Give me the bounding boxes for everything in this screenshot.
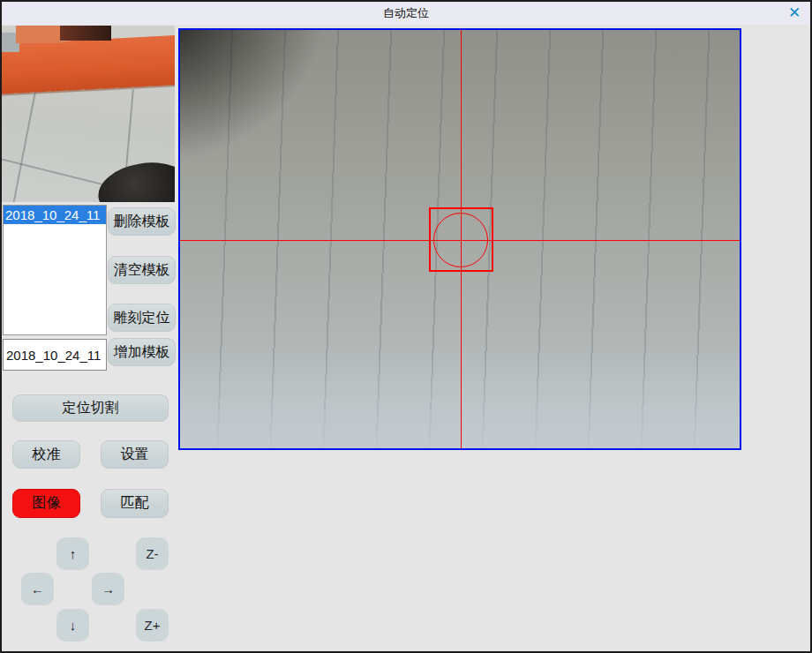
camera-view <box>178 28 741 450</box>
template-name-input[interactable] <box>3 339 107 371</box>
image-button-active[interactable]: 图像 <box>12 489 80 518</box>
engrave-position-button[interactable]: 雕刻定位 <box>108 304 176 332</box>
clear-templates-button[interactable]: 清空模板 <box>108 256 176 284</box>
calibrate-button[interactable]: 校准 <box>12 440 80 469</box>
preview-grout-line <box>11 92 36 202</box>
preview-orange-beam <box>2 34 175 94</box>
auto-position-dialog: 自动定位 ✕ 2018_10_24_11 删除模板 清空模板 雕刻定位 增加模板… <box>0 0 812 653</box>
jog-down-button[interactable]: ↓ <box>56 609 89 642</box>
template-preview-image <box>2 26 175 202</box>
position-cut-button[interactable]: 定位切割 <box>12 394 169 422</box>
template-list[interactable]: 2018_10_24_11 <box>3 205 107 335</box>
preview-light-orange-block <box>16 26 62 43</box>
settings-button[interactable]: 设置 <box>101 440 169 469</box>
close-icon[interactable]: ✕ <box>785 4 804 23</box>
add-template-button[interactable]: 增加模板 <box>108 338 176 366</box>
jog-right-button[interactable]: → <box>92 573 124 605</box>
match-button[interactable]: 匹配 <box>101 489 169 518</box>
delete-template-button[interactable]: 删除模板 <box>108 207 176 236</box>
titlebar: 自动定位 ✕ <box>2 2 810 25</box>
dialog-title: 自动定位 <box>2 2 810 25</box>
jog-z-minus-button[interactable]: Z- <box>136 537 169 570</box>
list-item-template[interactable]: 2018_10_24_11 <box>4 206 106 224</box>
jog-up-button[interactable]: ↑ <box>56 537 89 570</box>
preview-dark-block <box>60 26 111 41</box>
preview-dark-blob <box>94 156 175 202</box>
jog-z-plus-button[interactable]: Z+ <box>136 609 169 642</box>
target-circle-marker <box>433 213 488 267</box>
jog-left-button[interactable]: ← <box>21 573 54 605</box>
